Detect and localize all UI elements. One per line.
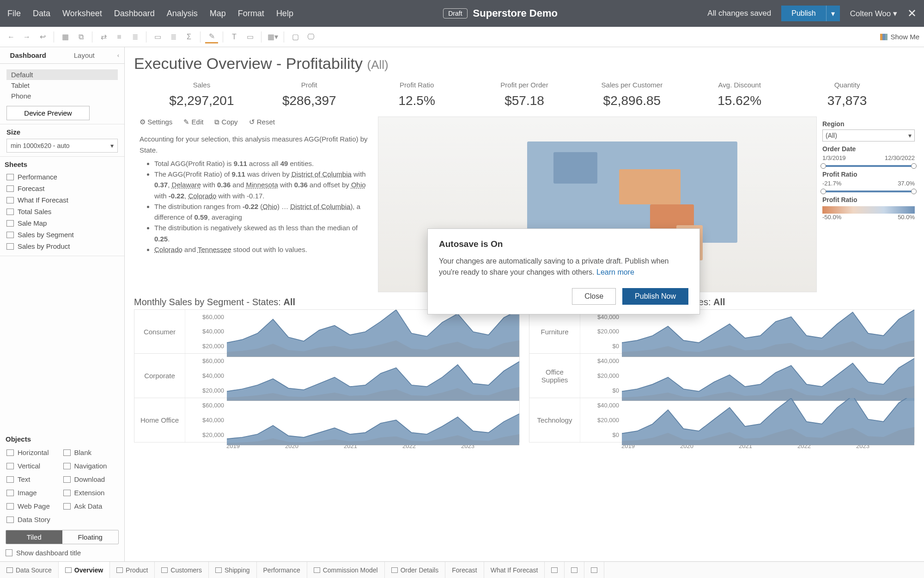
datasource-icon bbox=[6, 567, 13, 573]
sort-asc-icon[interactable]: ≡ bbox=[113, 31, 126, 43]
group-icon[interactable]: ▭ bbox=[151, 31, 164, 43]
new-story-icon[interactable] bbox=[584, 562, 604, 578]
device-icon[interactable]: 🖵 bbox=[304, 31, 317, 43]
tab-orderdetails[interactable]: Order Details bbox=[385, 562, 445, 578]
kpi-label: Sales bbox=[148, 81, 255, 89]
sheet-icon bbox=[6, 232, 14, 238]
sheet-sale-map[interactable]: Sale Map bbox=[5, 217, 120, 229]
obj-webpage[interactable]: Web Page bbox=[6, 499, 62, 513]
show-dashboard-title-check[interactable]: Show dashboard title bbox=[6, 549, 119, 557]
obj-text[interactable]: Text bbox=[6, 473, 62, 486]
explain-settings[interactable]: ⚙ Settings bbox=[140, 117, 172, 127]
menu-file[interactable]: File bbox=[7, 9, 21, 18]
obj-blank[interactable]: Blank bbox=[62, 446, 119, 459]
user-menu[interactable]: Colten Woo ▾ bbox=[850, 9, 897, 18]
menu-analysis[interactable]: Analysis bbox=[167, 9, 198, 18]
askdata-icon bbox=[63, 503, 71, 510]
obj-extension[interactable]: Extension bbox=[62, 486, 119, 499]
device-preview-button[interactable]: Device Preview bbox=[6, 106, 90, 120]
obj-navigation[interactable]: Navigation bbox=[62, 459, 119, 473]
device-default[interactable]: Default bbox=[6, 69, 118, 80]
tab-whatif[interactable]: What If Forecast bbox=[484, 562, 545, 578]
floating-option[interactable]: Floating bbox=[62, 530, 119, 544]
show-me-button[interactable]: Show Me bbox=[880, 33, 919, 41]
dialog-close-button[interactable]: Close bbox=[572, 288, 616, 305]
obj-image[interactable]: Image bbox=[6, 486, 62, 499]
sort-desc-icon[interactable]: ≣ bbox=[128, 31, 141, 43]
new-dashboard-icon[interactable] bbox=[565, 562, 584, 578]
undo-icon[interactable]: ← bbox=[5, 31, 18, 43]
menu-data[interactable]: Data bbox=[33, 9, 50, 18]
size-select[interactable]: min 1000x620 - auto▾ bbox=[6, 139, 118, 153]
tab-shipping[interactable]: Shipping bbox=[209, 562, 257, 578]
explain-edit[interactable]: ✎ Edit bbox=[183, 117, 203, 127]
tab-dashboard[interactable]: Dashboard bbox=[0, 47, 56, 63]
obj-vertical[interactable]: Vertical bbox=[6, 459, 62, 473]
sheet-performance[interactable]: Performance bbox=[5, 171, 120, 183]
dialog-publish-button[interactable]: Publish Now bbox=[622, 288, 688, 305]
orderdate-slider[interactable] bbox=[822, 165, 915, 167]
tab-overview[interactable]: Overview bbox=[59, 562, 110, 578]
sheet-forecast[interactable]: Forecast bbox=[5, 183, 120, 194]
main-menu: File Data Worksheet Dashboard Analysis M… bbox=[7, 9, 293, 18]
device-phone[interactable]: Phone bbox=[6, 91, 118, 101]
explain-reset[interactable]: ↺ Reset bbox=[249, 117, 275, 127]
obj-askdata[interactable]: Ask Data bbox=[62, 499, 119, 513]
menu-dashboard[interactable]: Dashboard bbox=[114, 9, 155, 18]
top-bar: File Data Worksheet Dashboard Analysis M… bbox=[0, 0, 924, 27]
format-icon[interactable]: T bbox=[228, 31, 241, 43]
totals-icon[interactable]: Σ bbox=[182, 31, 195, 43]
fit-dropdown-icon[interactable]: ▦▾ bbox=[266, 31, 279, 43]
new-worksheet-icon[interactable]: ▦ bbox=[59, 31, 72, 43]
new-worksheet-icon[interactable] bbox=[545, 562, 565, 578]
dialog-title: Autosave is On bbox=[439, 239, 688, 249]
learn-more-link[interactable]: Learn more bbox=[596, 268, 634, 276]
kpi-value: $2,297,201 bbox=[148, 93, 255, 108]
profitratio-slider[interactable] bbox=[822, 191, 915, 192]
collapse-left-icon[interactable]: ‹ bbox=[112, 47, 124, 63]
swap-icon[interactable]: ⇄ bbox=[97, 31, 110, 43]
region-select[interactable]: (All)▾ bbox=[822, 129, 915, 141]
sheet-total-sales[interactable]: Total Sales bbox=[5, 206, 120, 217]
fit-icon[interactable]: ▭ bbox=[243, 31, 256, 43]
device-tablet[interactable]: Tablet bbox=[6, 80, 118, 91]
tab-forecast[interactable]: Forecast bbox=[445, 562, 484, 578]
tab-datasource[interactable]: Data Source bbox=[0, 562, 59, 578]
tab-product[interactable]: Product bbox=[110, 562, 155, 578]
objects-header: Objects bbox=[6, 435, 119, 443]
redo-icon[interactable]: → bbox=[20, 31, 33, 43]
presentation-icon[interactable]: ▢ bbox=[289, 31, 302, 43]
image-icon bbox=[6, 490, 14, 496]
orderdate-label: Order Date bbox=[822, 145, 915, 153]
obj-download[interactable]: Download bbox=[62, 473, 119, 486]
explain-copy[interactable]: ⧉ Copy bbox=[214, 117, 237, 127]
sheet-whatif[interactable]: What If Forecast bbox=[5, 194, 120, 206]
tiled-floating-toggle[interactable]: Tiled Floating bbox=[6, 530, 119, 544]
abc-icon[interactable]: ≣ bbox=[167, 31, 180, 43]
tab-performance[interactable]: Performance bbox=[257, 562, 307, 578]
tiled-option[interactable]: Tiled bbox=[6, 530, 62, 544]
revert-icon[interactable]: ↩ bbox=[36, 31, 49, 43]
publish-dropdown[interactable]: ▾ bbox=[826, 6, 840, 21]
menu-map[interactable]: Map bbox=[210, 9, 226, 18]
size-value: min 1000x620 - auto bbox=[11, 142, 70, 149]
obj-horizontal[interactable]: Horizontal bbox=[6, 446, 62, 459]
sheet-sales-product[interactable]: Sales by Product bbox=[5, 240, 120, 252]
duplicate-icon[interactable]: ⧉ bbox=[74, 31, 87, 43]
menu-format[interactable]: Format bbox=[238, 9, 264, 18]
autosave-dialog: Autosave is On Your changes are automati… bbox=[427, 228, 700, 314]
sheet-sales-segment[interactable]: Sales by Segment bbox=[5, 229, 120, 240]
dashboard-icon bbox=[215, 567, 222, 573]
row-label: Corporate bbox=[134, 354, 185, 398]
navigation-icon bbox=[63, 463, 71, 469]
highlight-icon[interactable]: ✎ bbox=[205, 31, 218, 43]
tab-commission[interactable]: Commission Model bbox=[307, 562, 385, 578]
filter-panel: Region (All)▾ Order Date 1/3/201912/30/2… bbox=[822, 117, 915, 292]
tab-customers[interactable]: Customers bbox=[155, 562, 209, 578]
obj-datastory[interactable]: Data Story bbox=[6, 513, 62, 526]
publish-button[interactable]: Publish bbox=[781, 6, 826, 21]
tab-layout[interactable]: Layout bbox=[56, 47, 113, 63]
menu-help[interactable]: Help bbox=[276, 9, 293, 18]
close-icon[interactable]: ✕ bbox=[907, 7, 917, 20]
menu-worksheet[interactable]: Worksheet bbox=[62, 9, 102, 18]
